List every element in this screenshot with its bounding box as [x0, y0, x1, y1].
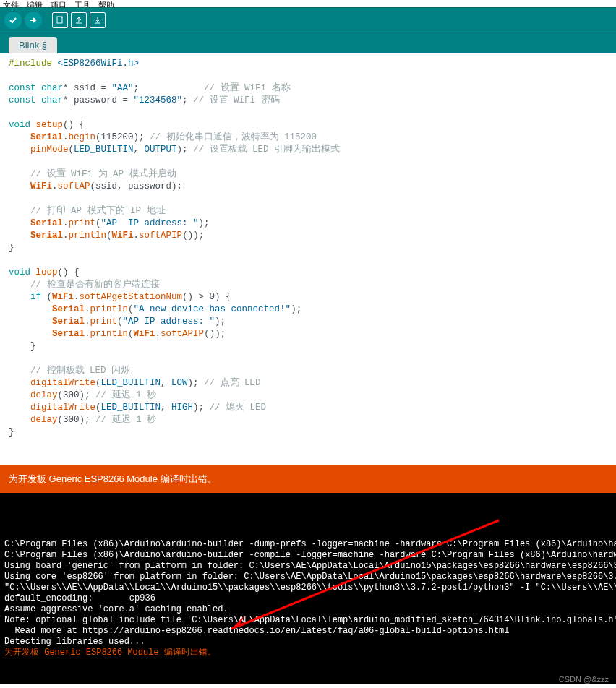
- menu-help[interactable]: 帮助: [98, 1, 114, 7]
- code-text: #include: [9, 59, 58, 69]
- code-text: delay: [30, 415, 58, 425]
- code-text: WiFi: [52, 292, 74, 302]
- code-text: // 点亮 LED: [204, 378, 261, 388]
- code-text: );: [80, 390, 96, 400]
- code-text: LED_BUILTIN: [101, 378, 161, 388]
- console-line: Read more at https://arduino-esp8266.rea…: [4, 626, 510, 636]
- verify-button[interactable]: [4, 12, 22, 29]
- code-text: "AP IP address: ": [123, 317, 215, 327]
- save-button[interactable]: [90, 12, 106, 28]
- code-text: );: [177, 145, 194, 155]
- code-text: // 延迟 1 秒: [95, 390, 156, 400]
- code-text: loop: [36, 267, 58, 278]
- code-text: // 设置 WiFi 为 AP 模式并启动: [30, 169, 176, 179]
- code-text: "A new device has connected!": [134, 304, 291, 314]
- toolbar: [0, 7, 616, 33]
- console-line: Assume aggressive 'core.a' caching enabl…: [4, 604, 228, 614]
- code-text: println: [90, 329, 129, 339]
- code-text: <ESP8266WiFi.h>: [58, 59, 140, 69]
- code-text: () {: [63, 120, 85, 130]
- code-text: digitalWrite: [30, 378, 95, 388]
- code-text: void: [9, 267, 36, 278]
- code-text: ;: [134, 83, 205, 93]
- code-editor[interactable]: #include <ESP8266WiFi.h> const char* ssi…: [0, 53, 616, 465]
- console-line: default_encoding: cp936: [4, 593, 155, 603]
- status-message: 为开发板 Generic ESP8266 Module 编译时出错。: [9, 473, 217, 484]
- code-text: "1234568": [134, 95, 183, 106]
- console-line: Detecting libraries used...: [4, 637, 145, 647]
- code-text: (115200);: [95, 132, 150, 142]
- console-line: C:\Program Files (x86)\Arduino\arduino-b…: [4, 539, 616, 549]
- code-text: Serial: [52, 317, 85, 327]
- code-text: "AP IP address: ": [101, 218, 199, 228]
- code-text: LOW: [171, 378, 188, 388]
- menu-edit[interactable]: 编辑: [27, 1, 43, 7]
- code-text: println: [90, 304, 129, 314]
- code-text: print: [90, 317, 118, 327]
- code-text: LED_BUILTIN: [74, 145, 134, 155]
- menubar: 文件 编辑 项目 工具 帮助: [0, 0, 616, 7]
- code-text: void: [9, 120, 36, 130]
- code-text: Serial: [52, 304, 85, 314]
- code-text: WiFi: [134, 329, 155, 339]
- code-text: WiFi: [112, 231, 134, 241]
- open-button[interactable]: [71, 12, 87, 28]
- code-text: 300: [63, 415, 80, 425]
- console-error: 为开发板 Generic ESP8266 Module 编译时出错。: [4, 648, 216, 658]
- code-text: () > 0) {: [182, 292, 231, 302]
- code-text: * ssid =: [63, 83, 112, 93]
- code-text: // 延迟 1 秒: [95, 415, 156, 425]
- code-text: // 设置 WiFi 名称: [204, 83, 291, 93]
- code-text: print: [69, 218, 96, 228]
- code-text: (ssid, password);: [90, 181, 183, 192]
- tab-bar: Blink §: [0, 33, 616, 53]
- status-bar: 为开发板 Generic ESP8266 Module 编译时出错。: [0, 465, 616, 493]
- code-text: Serial: [30, 218, 63, 228]
- tab-blink[interactable]: Blink §: [9, 37, 57, 53]
- watermark: CSDN @&zzz: [559, 675, 609, 684]
- code-text: delay: [30, 390, 58, 400]
- menu-tools[interactable]: 工具: [74, 1, 90, 7]
- console-line: Using core 'esp8266' from platform in fo…: [4, 572, 616, 582]
- code-text: softAP: [58, 181, 90, 192]
- console-line: C:\Program Files (x86)\Arduino\arduino-b…: [4, 550, 616, 560]
- code-text: if: [30, 292, 41, 302]
- console-line: Note: optional global include file 'C:\U…: [4, 615, 616, 625]
- code-text: const char: [9, 95, 63, 106]
- console-line: Using board 'generic' from platform in f…: [4, 561, 616, 571]
- code-text: // 控制板载 LED 闪烁: [30, 366, 130, 376]
- code-text: // 检查是否有新的客户端连接: [30, 280, 160, 290]
- new-button[interactable]: [52, 12, 68, 28]
- code-text: // 设置板载 LED 引脚为输出模式: [193, 145, 340, 155]
- code-text: WiFi: [30, 181, 52, 192]
- code-text: begin: [69, 132, 96, 142]
- code-text: OUTPUT: [145, 145, 177, 155]
- menu-sketch[interactable]: 项目: [51, 1, 67, 7]
- console-output[interactable]: C:\Program Files (x86)\Arduino\arduino-b…: [0, 493, 616, 684]
- code-text: Serial: [52, 329, 85, 339]
- menu-file[interactable]: 文件: [3, 1, 19, 7]
- code-text: * password =: [63, 95, 134, 106]
- code-text: digitalWrite: [30, 403, 95, 413]
- code-text: // 初始化串口通信，波特率为 115200: [150, 132, 317, 142]
- code-text: "AA": [112, 83, 134, 93]
- code-text: () {: [58, 267, 80, 278]
- code-text: softAPIP: [161, 329, 204, 339]
- code-text: // 设置 WiFi 密码: [193, 95, 280, 106]
- code-text: Serial: [30, 132, 63, 142]
- code-text: LED_BUILTIN: [101, 403, 161, 413]
- code-text: println: [69, 231, 107, 241]
- code-text: // 熄灭 LED: [210, 403, 267, 413]
- upload-button[interactable]: [25, 12, 42, 29]
- code-text: pinMode: [30, 145, 69, 155]
- code-text: // 打印 AP 模式下的 IP 地址: [30, 206, 166, 216]
- code-text: ;: [182, 95, 193, 106]
- code-text: Serial: [30, 231, 63, 241]
- code-text: 300: [63, 390, 80, 400]
- code-text: softAPIP: [139, 231, 182, 241]
- code-text: HIGH: [171, 403, 193, 413]
- code-text: );: [80, 415, 96, 425]
- code-text: softAPgetStationNum: [80, 292, 183, 302]
- code-text: setup: [36, 120, 64, 130]
- code-text: const char: [9, 83, 63, 93]
